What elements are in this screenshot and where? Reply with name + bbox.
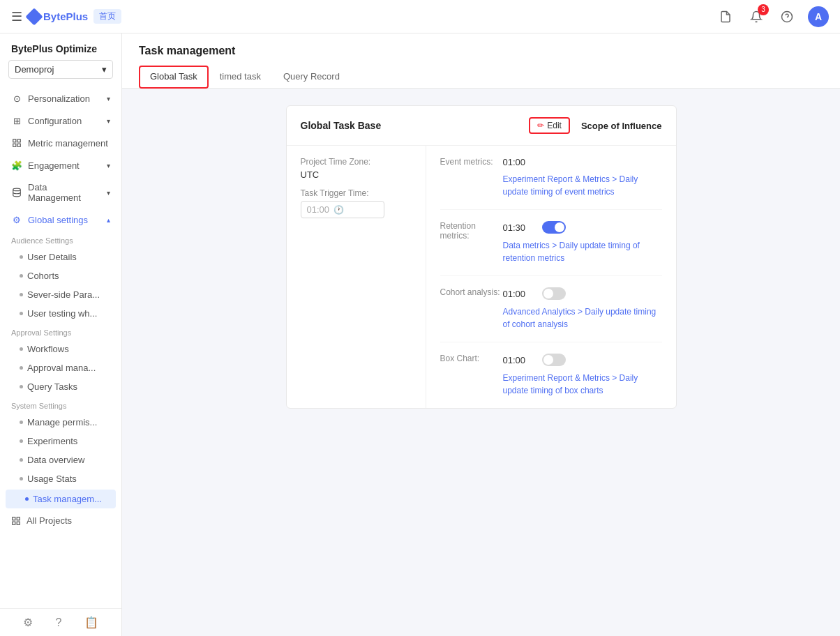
- sidebar-item-label: Data Management: [28, 182, 101, 203]
- svg-point-6: [13, 188, 21, 191]
- sidebar-item-configuration[interactable]: ⊞ Configuration ▾: [0, 109, 121, 132]
- scope-of-influence-title: Scope of Influence: [581, 121, 662, 131]
- sidebar-item-sever-side-para[interactable]: Sever-side Para...: [0, 285, 121, 304]
- notification-badge: 3: [758, 4, 769, 15]
- main-layout: BytePlus Optimize Demoproj ▾ ⊙ Personali…: [0, 33, 840, 636]
- audience-settings-section: Audience Settings: [0, 231, 121, 248]
- scope-row-event-metrics: Event metrics: 01:00 Experiment Report &…: [440, 157, 662, 210]
- home-badge[interactable]: 首页: [93, 9, 121, 24]
- svg-rect-8: [17, 517, 20, 520]
- sidebar-item-global-settings[interactable]: ⚙ Global settings ▴: [0, 209, 121, 231]
- sidebar-item-user-testing[interactable]: User testing wh...: [0, 304, 121, 323]
- topbar-left: ☰ BytePlus 首页: [11, 9, 707, 24]
- box-chart-label: Box Chart:: [440, 354, 503, 363]
- project-dropdown-label: Demoproj: [15, 64, 54, 75]
- svg-rect-9: [17, 522, 20, 524]
- sidebar-item-experiments[interactable]: Experiments: [0, 432, 121, 450]
- card-body: Project Time Zone: UTC Task Trigger Time…: [287, 146, 676, 408]
- retention-metrics-label: Retention metrics:: [440, 221, 503, 241]
- engagement-icon: 🧩: [11, 160, 22, 171]
- dot-icon: [20, 385, 23, 388]
- scope-row-box-chart: Box Chart: 01:00 Experiment Report & Met…: [440, 354, 662, 397]
- sidebar-item-approval-mana[interactable]: Approval mana...: [0, 358, 121, 377]
- project-dropdown[interactable]: Demoproj ▾: [8, 60, 113, 79]
- sidebar-sub-label: Workflows: [27, 344, 69, 354]
- sidebar-item-query-tasks[interactable]: Query Tasks: [0, 377, 121, 396]
- configuration-icon: ⊞: [11, 115, 22, 126]
- box-chart-time: 01:00: [503, 355, 531, 365]
- sidebar-sub-label: Cohorts: [27, 271, 59, 281]
- svg-rect-5: [13, 144, 16, 146]
- project-time-zone-label: Project Time Zone:: [301, 157, 412, 167]
- dot-icon: [20, 458, 23, 462]
- dot-icon: [20, 366, 23, 370]
- approval-settings-section: Approval Settings: [0, 323, 121, 340]
- sidebar-item-cohorts[interactable]: Cohorts: [0, 266, 121, 285]
- sidebar-item-usage-stats[interactable]: Usage Stats: [0, 469, 121, 488]
- settings-footer-icon[interactable]: ⚙: [23, 616, 33, 629]
- topbar: ☰ BytePlus 首页 3 A: [0, 0, 840, 33]
- box-chart-desc: Experiment Report & Metrics > Daily upda…: [503, 372, 662, 397]
- svg-rect-2: [13, 139, 16, 142]
- data-management-icon: [11, 187, 22, 198]
- list-footer-icon[interactable]: 📋: [84, 616, 98, 629]
- chevron-icon: ▾: [107, 162, 110, 169]
- time-value: 01:00: [307, 204, 330, 215]
- sidebar-nav: ⊙ Personalization ▾ ⊞ Configuration ▾ Me…: [0, 87, 121, 608]
- logo-diamond-icon: [25, 8, 43, 25]
- sidebar-item-label: Metric management: [28, 138, 108, 149]
- sidebar-item-label: Global settings: [28, 215, 88, 225]
- bell-icon-button[interactable]: 3: [747, 7, 766, 26]
- sidebar-item-metric-management[interactable]: Metric management: [0, 132, 121, 154]
- cohort-analysis-toggle[interactable]: [542, 287, 566, 300]
- dot-icon: [20, 421, 23, 424]
- sidebar-item-workflows[interactable]: Workflows: [0, 340, 121, 358]
- logo: BytePlus: [28, 10, 88, 23]
- sidebar-item-personalization[interactable]: ⊙ Personalization ▾: [0, 87, 121, 109]
- sidebar-item-manage-permis[interactable]: Manage permis...: [0, 413, 121, 432]
- sidebar-item-data-overview[interactable]: Data overview: [0, 450, 121, 469]
- retention-metrics-time: 01:30: [503, 222, 531, 233]
- sidebar-sub-label: User Details: [27, 252, 77, 262]
- help-icon-button[interactable]: [777, 7, 797, 26]
- content-header: Task management Global Task timed task Q…: [122, 33, 840, 89]
- card-header: Global Task Base ✏ Edit Scope of Influen…: [287, 106, 676, 146]
- tab-query-record[interactable]: Query Record: [272, 66, 351, 89]
- event-metrics-time: 01:00: [503, 157, 531, 167]
- content-area: Task management Global Task timed task Q…: [122, 33, 840, 636]
- retention-metrics-toggle[interactable]: [542, 221, 566, 234]
- chevron-down-icon: ▾: [102, 64, 107, 75]
- sidebar-item-all-projects[interactable]: All Projects: [0, 510, 121, 531]
- card-right: Event metrics: 01:00 Experiment Report &…: [426, 146, 676, 408]
- avatar[interactable]: A: [808, 6, 829, 27]
- svg-rect-7: [13, 517, 15, 520]
- tab-timed-task[interactable]: timed task: [209, 66, 272, 89]
- sidebar-item-data-management[interactable]: Data Management ▾: [0, 176, 121, 209]
- edit-icon: ✏: [537, 121, 544, 130]
- cohort-analysis-label: Cohort analysis:: [440, 287, 503, 297]
- doc-icon-button[interactable]: [716, 7, 735, 26]
- topbar-right: 3 A: [716, 6, 829, 27]
- clock-icon: 🕐: [333, 205, 344, 215]
- hamburger-icon[interactable]: ☰: [11, 9, 22, 24]
- chevron-icon: ▾: [107, 95, 110, 103]
- sidebar-sub-label: Task managem...: [33, 494, 102, 504]
- help-footer-icon[interactable]: ?: [56, 616, 62, 629]
- tab-global-task[interactable]: Global Task: [139, 66, 209, 89]
- tab-label: timed task: [220, 71, 261, 82]
- box-chart-toggle[interactable]: [542, 354, 566, 366]
- task-trigger-time-input[interactable]: 01:00 🕐: [301, 201, 384, 218]
- tab-label: Query Record: [283, 71, 340, 82]
- dot-icon: [20, 312, 23, 315]
- edit-button[interactable]: ✏ Edit: [529, 117, 570, 134]
- dot-icon: [20, 293, 23, 296]
- event-metrics-desc: Experiment Report & Metrics > Daily upda…: [503, 173, 662, 198]
- sidebar: BytePlus Optimize Demoproj ▾ ⊙ Personali…: [0, 33, 122, 636]
- global-task-card: Global Task Base ✏ Edit Scope of Influen…: [286, 105, 677, 409]
- all-projects-label: All Projects: [27, 515, 72, 526]
- edit-button-label: Edit: [547, 121, 562, 130]
- sidebar-item-engagement[interactable]: 🧩 Engagement ▾: [0, 154, 121, 176]
- sidebar-item-user-details[interactable]: User Details: [0, 248, 121, 266]
- scope-row-retention-metrics: Retention metrics: 01:30 Data metrics > …: [440, 221, 662, 276]
- sidebar-item-task-management[interactable]: Task managem...: [6, 490, 116, 508]
